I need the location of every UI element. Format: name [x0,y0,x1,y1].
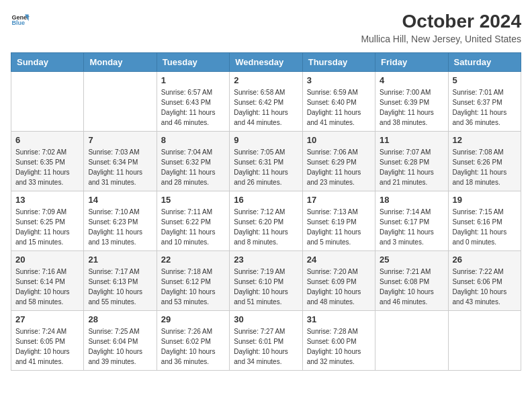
day-number: 11 [380,135,443,145]
day-info: Sunrise: 6:58 AMSunset: 6:42 PMDaylight:… [234,87,298,128]
day-info: Sunrise: 6:57 AMSunset: 6:43 PMDaylight:… [161,87,225,128]
calendar-week-row: 1 Sunrise: 6:57 AMSunset: 6:43 PMDayligh… [11,72,521,132]
day-info: Sunrise: 7:19 AMSunset: 6:10 PMDaylight:… [234,267,298,307]
table-row: 20 Sunrise: 7:16 AMSunset: 6:14 PMDaylig… [11,251,84,311]
day-info: Sunrise: 7:17 AMSunset: 6:13 PMDaylight:… [88,267,152,307]
col-friday: Friday [375,53,448,72]
day-info: Sunrise: 7:26 AMSunset: 6:02 PMDaylight:… [161,326,225,367]
calendar-header-row: Sunday Monday Tuesday Wednesday Thursday… [11,53,521,72]
day-info: Sunrise: 7:09 AMSunset: 6:25 PMDaylight:… [15,207,79,247]
day-info: Sunrise: 7:18 AMSunset: 6:12 PMDaylight:… [161,267,225,307]
day-number: 12 [453,135,517,145]
table-row: 8 Sunrise: 7:04 AMSunset: 6:32 PMDayligh… [157,132,229,191]
col-thursday: Thursday [302,53,375,72]
day-info: Sunrise: 7:03 AMSunset: 6:34 PMDaylight:… [88,147,152,187]
day-info: Sunrise: 7:04 AMSunset: 6:32 PMDaylight:… [161,147,225,187]
table-row: 7 Sunrise: 7:03 AMSunset: 6:34 PMDayligh… [84,132,157,191]
day-info: Sunrise: 7:05 AMSunset: 6:31 PMDaylight:… [234,147,298,187]
day-number: 6 [15,135,79,145]
table-row: 30 Sunrise: 7:27 AMSunset: 6:01 PMDaylig… [230,311,302,371]
table-row [375,311,448,371]
day-info: Sunrise: 7:20 AMSunset: 6:09 PMDaylight:… [307,267,371,307]
table-row: 25 Sunrise: 7:21 AMSunset: 6:08 PMDaylig… [375,251,448,311]
day-number: 3 [307,75,371,85]
table-row: 6 Sunrise: 7:02 AMSunset: 6:35 PMDayligh… [11,132,84,191]
table-row: 15 Sunrise: 7:11 AMSunset: 6:22 PMDaylig… [157,191,229,251]
day-info: Sunrise: 7:22 AMSunset: 6:06 PMDaylight:… [453,267,517,307]
calendar-table: Sunday Monday Tuesday Wednesday Thursday… [11,52,521,371]
day-info: Sunrise: 7:08 AMSunset: 6:26 PMDaylight:… [453,147,517,187]
table-row: 22 Sunrise: 7:18 AMSunset: 6:12 PMDaylig… [157,251,229,311]
day-info: Sunrise: 7:12 AMSunset: 6:20 PMDaylight:… [234,207,298,247]
table-row: 10 Sunrise: 7:06 AMSunset: 6:29 PMDaylig… [302,132,375,191]
day-info: Sunrise: 7:28 AMSunset: 6:00 PMDaylight:… [307,326,371,367]
table-row: 24 Sunrise: 7:20 AMSunset: 6:09 PMDaylig… [302,251,375,311]
day-number: 2 [234,75,298,85]
location: Mullica Hill, New Jersey, United States [361,34,521,44]
day-info: Sunrise: 7:11 AMSunset: 6:22 PMDaylight:… [161,207,225,247]
day-number: 23 [234,255,298,265]
table-row: 27 Sunrise: 7:24 AMSunset: 6:05 PMDaylig… [11,311,84,371]
svg-text:Blue: Blue [11,19,25,26]
day-number: 4 [380,75,443,85]
day-number: 28 [88,314,152,324]
table-row: 14 Sunrise: 7:10 AMSunset: 6:23 PMDaylig… [84,191,157,251]
day-info: Sunrise: 6:59 AMSunset: 6:40 PMDaylight:… [307,87,371,128]
day-info: Sunrise: 7:06 AMSunset: 6:29 PMDaylight:… [307,147,371,187]
table-row: 31 Sunrise: 7:28 AMSunset: 6:00 PMDaylig… [302,311,375,371]
page-header: General Blue October 2024 Mullica Hill, … [11,11,521,44]
table-row: 28 Sunrise: 7:25 AMSunset: 6:04 PMDaylig… [84,311,157,371]
col-saturday: Saturday [448,53,521,72]
day-info: Sunrise: 7:07 AMSunset: 6:28 PMDaylight:… [380,147,443,187]
day-number: 17 [307,195,371,205]
day-number: 7 [88,135,152,145]
day-info: Sunrise: 7:21 AMSunset: 6:08 PMDaylight:… [380,267,443,307]
day-info: Sunrise: 7:00 AMSunset: 6:39 PMDaylight:… [380,87,443,128]
day-number: 16 [234,195,298,205]
table-row: 16 Sunrise: 7:12 AMSunset: 6:20 PMDaylig… [230,191,302,251]
day-number: 21 [88,255,152,265]
day-info: Sunrise: 7:24 AMSunset: 6:05 PMDaylight:… [15,326,79,367]
table-row: 18 Sunrise: 7:14 AMSunset: 6:17 PMDaylig… [375,191,448,251]
calendar-week-row: 13 Sunrise: 7:09 AMSunset: 6:25 PMDaylig… [11,191,521,251]
table-row: 3 Sunrise: 6:59 AMSunset: 6:40 PMDayligh… [302,72,375,132]
logo: General Blue [11,11,30,30]
month-title: October 2024 [361,11,521,32]
day-number: 27 [15,314,79,324]
day-number: 5 [453,75,517,85]
col-monday: Monday [84,53,157,72]
table-row: 19 Sunrise: 7:15 AMSunset: 6:16 PMDaylig… [448,191,521,251]
table-row: 21 Sunrise: 7:17 AMSunset: 6:13 PMDaylig… [84,251,157,311]
day-info: Sunrise: 7:01 AMSunset: 6:37 PMDaylight:… [453,87,517,128]
day-info: Sunrise: 7:16 AMSunset: 6:14 PMDaylight:… [15,267,79,307]
day-number: 1 [161,75,225,85]
table-row: 9 Sunrise: 7:05 AMSunset: 6:31 PMDayligh… [230,132,302,191]
table-row: 13 Sunrise: 7:09 AMSunset: 6:25 PMDaylig… [11,191,84,251]
day-number: 18 [380,195,443,205]
table-row: 4 Sunrise: 7:00 AMSunset: 6:39 PMDayligh… [375,72,448,132]
day-number: 26 [453,255,517,265]
table-row: 26 Sunrise: 7:22 AMSunset: 6:06 PMDaylig… [448,251,521,311]
table-row: 2 Sunrise: 6:58 AMSunset: 6:42 PMDayligh… [230,72,302,132]
col-wednesday: Wednesday [230,53,302,72]
day-number: 25 [380,255,443,265]
table-row [84,72,157,132]
col-tuesday: Tuesday [157,53,229,72]
day-info: Sunrise: 7:27 AMSunset: 6:01 PMDaylight:… [234,326,298,367]
day-number: 8 [161,135,225,145]
day-info: Sunrise: 7:25 AMSunset: 6:04 PMDaylight:… [88,326,152,367]
col-sunday: Sunday [11,53,84,72]
day-number: 22 [161,255,225,265]
day-number: 30 [234,314,298,324]
day-number: 13 [15,195,79,205]
day-number: 19 [453,195,517,205]
calendar-week-row: 20 Sunrise: 7:16 AMSunset: 6:14 PMDaylig… [11,251,521,311]
day-info: Sunrise: 7:14 AMSunset: 6:17 PMDaylight:… [380,207,443,247]
day-number: 24 [307,255,371,265]
day-number: 9 [234,135,298,145]
table-row: 11 Sunrise: 7:07 AMSunset: 6:28 PMDaylig… [375,132,448,191]
day-number: 31 [307,314,371,324]
title-section: October 2024 Mullica Hill, New Jersey, U… [361,11,521,44]
day-info: Sunrise: 7:15 AMSunset: 6:16 PMDaylight:… [453,207,517,247]
day-number: 15 [161,195,225,205]
